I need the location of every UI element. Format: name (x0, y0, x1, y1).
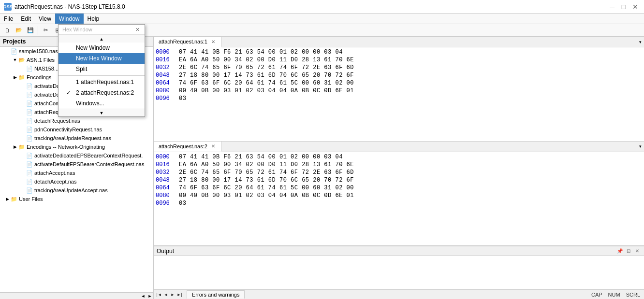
file-icon: 📄 (26, 179, 33, 185)
hex-bytes[interactable]: 74 6F 63 6F 6C 20 64 61 74 61 5C 00 60 3… (179, 80, 354, 86)
win-1-label: 1 attachRequest.nas:1 (76, 79, 134, 85)
tab-bar-2-dropdown[interactable]: ▾ (636, 142, 644, 152)
file-icon: 📄 (26, 83, 33, 89)
hex-bytes[interactable]: 27 18 80 00 17 14 73 61 6D 70 6C 65 20 7… (179, 72, 354, 79)
hex-bytes[interactable]: EA 6A A0 50 00 34 02 00 D0 11 D0 28 13 6… (179, 161, 354, 168)
hex-row: 00322E 6C 74 65 6F 70 65 72 61 74 6F 72 … (156, 169, 642, 176)
output-controls: 📌 ⊡ ✕ (616, 247, 641, 255)
nav-next[interactable]: ► (169, 291, 176, 298)
menu-edit[interactable]: Edit (17, 14, 35, 24)
tab-2-label: attachRequest.nas:2 (159, 143, 207, 149)
sidebar-hscroll-track[interactable] (0, 293, 140, 299)
folder-icon: 📁 (18, 144, 25, 150)
toolbar-new[interactable]: 🗋 (2, 26, 13, 35)
hex-row: 009603 (156, 199, 642, 207)
bottom-bar: |◄ ◄ ► ►| Errors and warnings CAP NUM SC… (154, 289, 644, 299)
menu-view[interactable]: View (35, 14, 55, 24)
tree-item-label: detachRequest.nas (34, 118, 80, 124)
hex-address: 0000 (156, 49, 175, 56)
tab-bar-1-dropdown[interactable]: ▾ (636, 37, 644, 47)
tree-item[interactable]: 📄detachAccept.nas (0, 177, 153, 186)
tree-item[interactable]: 📄activateDefaultEPSBearerContextRequest.… (0, 160, 153, 169)
hex-address: 0064 (156, 185, 175, 191)
sidebar-nav-right[interactable]: ► (146, 293, 153, 299)
tree-item-label: NAS158... (34, 66, 59, 71)
output-pin[interactable]: 📌 (616, 247, 624, 255)
dropdown-header: Hex Window ✕ (59, 25, 145, 35)
tree-item[interactable]: 📄trackingAreaUpdateRequest.nas (0, 134, 153, 142)
tree-item[interactable]: ▶📁Encodings -- Network-Originating (0, 142, 153, 151)
sidebar-nav-left[interactable]: ◄ (140, 293, 146, 299)
dropdown-windows[interactable]: Windows... (59, 98, 145, 109)
dropdown-split[interactable]: Split (59, 64, 145, 74)
tree-item-label: trackingAreaUpdateRequest.nas (34, 135, 111, 141)
hex-panel-1: attachRequest.nas:1 ✕ ▾ 000007 41 41 0B … (154, 37, 644, 142)
toolbar-sep-1 (38, 26, 38, 35)
hex-content-1: 000007 41 41 0B F6 21 63 54 00 01 02 00 … (154, 47, 644, 141)
hex-bytes[interactable]: 2E 6C 74 65 6F 70 65 72 61 74 6F 72 2E 6… (179, 169, 354, 176)
minimize-button[interactable]: ─ (607, 2, 617, 12)
tree-item-label: pdnConnectivityRequest.nas (34, 127, 102, 132)
status-scrl: SCRL (626, 292, 640, 298)
tree-item[interactable]: 📄activateDedicatedEPSBearerContextReques… (0, 151, 153, 160)
tab-1-close[interactable]: ✕ (210, 39, 216, 44)
hex-row: 008000 40 0B 00 03 01 02 03 04 04 0A 0B … (156, 87, 642, 95)
tree-item-label: detachAccept.nas (34, 179, 76, 185)
tab-1-label: attachRequest.nas:1 (159, 39, 207, 44)
dropdown-scroll-up[interactable]: ▲ (59, 35, 145, 43)
output-title: Output (157, 248, 616, 255)
folder-icon: 📁 (18, 74, 25, 81)
output-close[interactable]: ✕ (633, 247, 641, 255)
hex-bytes[interactable]: 03 (179, 200, 186, 207)
menu-window[interactable]: Window (55, 14, 84, 24)
hex-address: 0096 (156, 200, 175, 207)
toolbar-open[interactable]: 📂 (14, 26, 24, 35)
nav-last[interactable]: ►| (176, 291, 183, 298)
tree-item-label: sample1580.nas (19, 48, 58, 54)
maximize-button[interactable]: □ (619, 2, 629, 12)
tab-1[interactable]: attachRequest.nas:1 ✕ (154, 37, 221, 47)
file-icon: 📄 (26, 187, 33, 194)
toolbar-save[interactable]: 💾 (25, 26, 36, 35)
dropdown-close[interactable]: ✕ (134, 26, 141, 33)
app-icon: OSS (4, 3, 12, 11)
hex-address: 0096 (156, 95, 175, 102)
hex-bytes[interactable]: 07 41 41 0B F6 21 63 54 00 01 02 00 00 0… (179, 154, 343, 160)
hex-bytes[interactable]: 2E 6C 74 65 6F 70 65 72 61 74 6F 72 2E 6… (179, 64, 354, 71)
dropdown-new-hex-window[interactable]: New Hex Window (59, 53, 145, 64)
error-tab[interactable]: Errors and warnings (187, 290, 245, 299)
dropdown-win-2[interactable]: ✓ 2 attachRequest.nas:2 (59, 87, 145, 98)
check-win-2: ✓ (66, 90, 73, 96)
hex-bytes[interactable]: 00 40 0B 00 03 01 02 03 04 04 0A 0B 0C 0… (179, 87, 354, 94)
menu-file[interactable]: File (0, 14, 17, 24)
hex-bytes[interactable]: EA 6A A0 50 00 34 02 00 D0 11 D0 28 13 6… (179, 57, 354, 63)
close-button[interactable]: ✕ (630, 2, 640, 12)
menu-help[interactable]: Help (84, 14, 103, 24)
dropdown-win-1[interactable]: 1 attachRequest.nas:1 (59, 77, 145, 87)
hex-bytes[interactable]: 03 (179, 95, 186, 102)
hex-panel-2: attachRequest.nas:2 ✕ ▾ 000007 41 41 0B … (154, 142, 644, 246)
nav-prev[interactable]: ◄ (162, 291, 169, 298)
hex-bytes[interactable]: 74 6F 63 6F 6C 20 64 61 74 61 5C 00 60 3… (179, 185, 354, 191)
hex-bytes[interactable]: 27 18 80 00 17 14 73 61 6D 70 6C 65 20 7… (179, 177, 354, 184)
tree-item[interactable]: ▶📁User Files (0, 195, 153, 203)
hex-bytes[interactable]: 07 41 41 0B F6 21 63 54 00 01 02 00 00 0… (179, 49, 343, 56)
nav-first[interactable]: |◄ (156, 291, 162, 298)
tab-2-close[interactable]: ✕ (210, 143, 216, 149)
dropdown-scroll-down[interactable]: ▼ (59, 109, 145, 116)
file-icon: 📄 (26, 118, 33, 124)
toolbar-cut[interactable]: ✂ (40, 26, 51, 35)
dropdown-new-window[interactable]: New Window (59, 43, 145, 53)
tree-item[interactable]: 📄attachAccept.nas (0, 169, 153, 177)
tree-item[interactable]: 📄detachRequest.nas (0, 116, 153, 125)
sidebar-scrollbar[interactable]: ◄ ► (0, 292, 153, 299)
tree-item[interactable]: 📄trackingAreaUpdateAccept.nas (0, 186, 153, 195)
output-float[interactable]: ⊡ (625, 247, 632, 255)
tree-item[interactable]: 📄pdnConnectivityRequest.nas (0, 125, 153, 134)
hex-bytes[interactable]: 00 40 0B 00 03 01 02 03 04 04 0A 0B 0C 0… (179, 192, 354, 199)
file-icon: 📄 (26, 100, 33, 107)
file-icon: 📄 (11, 48, 17, 55)
new-window-label: New Window (76, 44, 110, 51)
tab-2[interactable]: attachRequest.nas:2 ✕ (154, 142, 221, 152)
hex-address: 0016 (156, 161, 175, 168)
